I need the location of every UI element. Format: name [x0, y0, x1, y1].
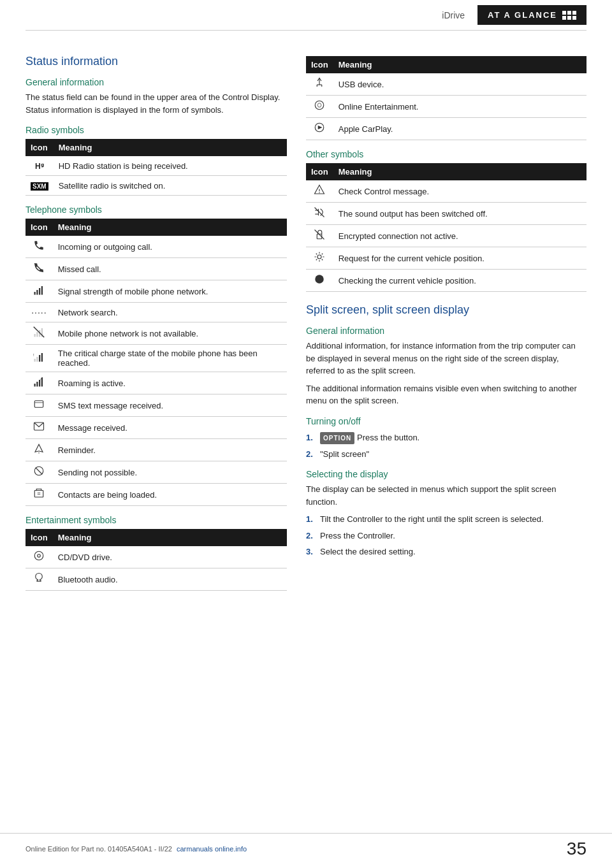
svg-rect-6: [37, 332, 38, 337]
table-row: Incoming or outgoing call.: [26, 236, 287, 258]
list-item: 2. "Split screen": [306, 448, 586, 461]
split-general-info-body1: Additional information, for instance inf…: [306, 340, 586, 377]
ent-col-icon: Icon: [26, 529, 53, 546]
footer-site: carmanuals online.info: [177, 845, 247, 853]
meaning-cell: Satellite radio is switched on.: [54, 176, 287, 196]
table-row: Online Entertainment.: [306, 96, 586, 118]
icon-cell: [306, 270, 333, 292]
idrive-label: iDrive: [442, 10, 465, 20]
svg-line-25: [36, 468, 43, 475]
selecting-display-steps: 1. Tilt the Controller to the right unti…: [306, 513, 586, 558]
icon-cell: [306, 225, 333, 247]
turning-on-off-steps: 1. OPTION Press the button. 2. "Split sc…: [306, 431, 586, 461]
list-item: 1. Tilt the Controller to the right unti…: [306, 513, 586, 526]
meaning-cell: Missed call.: [53, 258, 287, 280]
meaning-cell: Sending not possible.: [53, 461, 287, 484]
split-general-info-subtitle: General information: [306, 326, 586, 336]
svg-line-45: [315, 230, 324, 240]
telephone-symbols-subtitle: Telephone symbols: [26, 205, 287, 215]
other-col-meaning: Meaning: [333, 163, 586, 180]
icon-cell: [26, 417, 53, 439]
svg-rect-4: [41, 286, 43, 295]
icon-cell: [26, 258, 53, 280]
svg-rect-15: [34, 384, 36, 387]
split-screen-title: Split screen, split screen display: [306, 303, 586, 317]
icon-cell: [306, 247, 333, 270]
meaning-cell: Incoming or outgoing call.: [53, 236, 287, 258]
icon-cell: !: [26, 345, 53, 372]
list-item: 1. OPTION Press the button.: [306, 431, 586, 444]
svg-rect-5: [34, 334, 36, 337]
svg-text:↗: ↗: [40, 376, 43, 380]
ent-col-meaning: Meaning: [53, 529, 287, 546]
table-row: Mobile phone network is not available.: [26, 322, 287, 345]
page-footer: Online Edition for Part no. 01405A540A1 …: [0, 833, 612, 859]
table-row: ····· Network search.: [26, 303, 287, 322]
svg-rect-2: [37, 290, 38, 295]
svg-rect-11: [37, 357, 38, 362]
meaning-cell: Message received.: [53, 417, 287, 439]
icon-cell: ↗: [26, 372, 53, 394]
meaning-cell: Mobile phone network is not available.: [53, 322, 287, 345]
meaning-cell: Contacts are being loaded.: [53, 484, 287, 506]
table-row: The sound output has been switched off.: [306, 203, 586, 225]
icon-cell: ·····: [26, 303, 53, 322]
svg-point-46: [317, 255, 321, 259]
option-button[interactable]: OPTION: [320, 432, 354, 444]
table-row: Checking the current vehicle position.: [306, 270, 586, 292]
meaning-cell: Reminder.: [53, 439, 287, 461]
table-row: Missed call.: [26, 258, 287, 280]
svg-point-35: [316, 101, 324, 110]
svg-rect-3: [39, 288, 40, 295]
status-information-title: Status information: [26, 55, 287, 68]
icon-cell: [26, 236, 53, 258]
grid-icon: [562, 11, 576, 20]
step-text: OPTION Press the button.: [320, 431, 419, 444]
icon-cell: [306, 203, 333, 225]
svg-point-47: [316, 275, 324, 284]
table-row: ! The critical charge state of the mobil…: [26, 345, 287, 372]
icon-cell: [26, 568, 53, 591]
icon-cell: [306, 118, 333, 140]
meaning-cell: Roaming is active.: [53, 372, 287, 394]
tel-col-meaning: Meaning: [53, 219, 287, 236]
general-information-body-left: The status field can be found in the upp…: [26, 91, 287, 116]
icon-cell: [306, 180, 333, 203]
svg-point-30: [38, 554, 41, 558]
other-symbols-subtitle: Other symbols: [306, 149, 586, 159]
page-number: 35: [567, 839, 586, 859]
step-text: Press the Controller.: [320, 530, 395, 542]
icon-cell: SXM: [26, 176, 54, 196]
telephone-symbols-table: Icon Meaning Incoming or outgoing call. …: [26, 219, 287, 506]
table-row: SXM Satellite radio is switched on.: [26, 176, 287, 196]
selecting-display-subtitle: Selecting the display: [306, 469, 586, 479]
icon-cell: [306, 73, 333, 96]
right-column: Icon Meaning USB device. Online Entertai…: [300, 43, 586, 597]
section-banner: AT A GLANCE: [477, 5, 586, 25]
svg-marker-37: [318, 126, 323, 129]
svg-point-29: [35, 551, 44, 560]
meaning-cell: Apple CarPlay.: [333, 118, 586, 140]
meaning-cell: SMS text message received.: [53, 394, 287, 417]
table-row: Check Control message.: [306, 180, 586, 203]
table-row: USB device.: [306, 73, 586, 96]
icon-cell: [26, 280, 53, 303]
radio-symbols-table: Icon Meaning Hᵍ HD Radio station is bein…: [26, 139, 287, 196]
meaning-cell: CD/DVD drive.: [53, 546, 287, 568]
table-row: Contacts are being loaded.: [26, 484, 287, 506]
meaning-cell: Signal strength of mobile phone network.: [53, 280, 287, 303]
meaning-cell: Online Entertainment.: [333, 96, 586, 118]
entertainment-symbols-table: Icon Meaning CD/DVD drive. Bluetooth aud…: [26, 529, 287, 591]
meaning-cell: HD Radio station is being received.: [54, 156, 287, 176]
turning-on-off-subtitle: Turning on/off: [306, 416, 586, 426]
radio-symbols-subtitle: Radio symbols: [26, 125, 287, 135]
icon-cell: [26, 546, 53, 568]
other-symbols-table: Icon Meaning Check Control message. The …: [306, 163, 586, 292]
icon-cell: Hᵍ: [26, 156, 54, 176]
svg-point-23: [39, 452, 40, 454]
table-row: Encrypted connection not active.: [306, 225, 586, 247]
step-text: "Split screen": [320, 448, 369, 461]
meaning-cell: Check Control message.: [333, 180, 586, 203]
usb-table: Icon Meaning USB device. Online Entertai…: [306, 56, 586, 140]
list-item: 3. Select the desired setting.: [306, 546, 586, 558]
